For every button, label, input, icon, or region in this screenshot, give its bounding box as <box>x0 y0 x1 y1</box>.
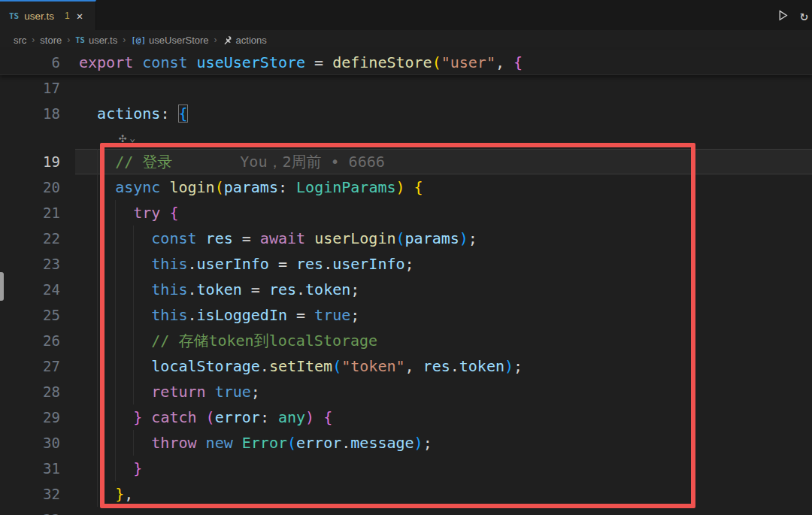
breadcrumb-src[interactable]: src <box>14 35 26 46</box>
code-line[interactable]: 27 localStorage.setItem("token", res.tok… <box>0 353 812 379</box>
line-number[interactable]: 32 <box>0 486 75 502</box>
breadcrumb-actions[interactable]: actions <box>236 35 267 46</box>
code-text: throw new Error(error.message); <box>75 434 432 452</box>
tab-filename: user.ts <box>24 11 54 22</box>
line-number[interactable]: 29 <box>0 409 75 426</box>
code-text: // 登录You，2周前 • 6666 <box>75 152 385 172</box>
line-number[interactable]: 22 <box>0 230 75 247</box>
ai-assistant-icon[interactable]: ✣ <box>119 130 126 145</box>
chevron-right-icon: › <box>32 35 35 45</box>
code-line[interactable]: 32 }, <box>0 481 812 507</box>
tab-problem-badge: 1 <box>65 11 70 21</box>
chevron-down-icon[interactable]: ⌄ <box>129 132 135 144</box>
chevron-right-icon: › <box>123 35 126 45</box>
ai-assistant-menu[interactable]: ✣⌄ <box>119 130 135 145</box>
line-number[interactable]: 19 <box>0 153 75 170</box>
line-number[interactable]: 18 <box>0 105 75 122</box>
line-number[interactable]: 31 <box>0 460 75 477</box>
breadcrumb-useuserstore[interactable]: useUserStore <box>149 35 208 46</box>
code-line[interactable]: 22 const res = await userLogin(params); <box>0 226 812 251</box>
code-text: // 存储token到localStorage <box>75 331 377 351</box>
breadcrumb: src › store › TS user.ts › [@] useUserSt… <box>0 30 812 50</box>
breadcrumb-store[interactable]: store <box>40 35 62 46</box>
line-number[interactable]: 23 <box>0 256 75 272</box>
code-text: } <box>75 459 142 477</box>
inline-ai-widget-row: ✣⌄ <box>0 126 812 149</box>
code-text: async login(params: LoginParams) { <box>75 178 423 196</box>
git-blame-annotation: You，2周前 • 6666 <box>240 153 384 171</box>
code-line[interactable]: 23 this.userInfo = res.userInfo; <box>0 251 812 277</box>
code-line[interactable]: 30 throw new Error(error.message); <box>0 430 812 456</box>
code-line[interactable]: 26 // 存储token到localStorage <box>0 328 812 353</box>
run-icon[interactable] <box>777 9 789 22</box>
line-number[interactable]: 30 <box>0 435 75 451</box>
code-text: } catch (error: any) { <box>75 408 332 426</box>
code-text: actions: { <box>75 105 188 123</box>
chevron-right-icon: › <box>214 35 217 45</box>
code-line[interactable]: 31 } <box>0 456 812 481</box>
sticky-scroll-line[interactable]: 6export const useUserStore = defineStore… <box>0 50 812 75</box>
left-edge-handle[interactable] <box>0 272 4 301</box>
line-number[interactable]: 27 <box>0 358 75 374</box>
tab-bar: TS user.ts 1 ✕ ↻ <box>0 0 812 30</box>
breadcrumb-user-ts[interactable]: user.ts <box>89 35 117 46</box>
editor-actions: ↻ <box>777 0 812 30</box>
code-text: }, <box>75 485 133 503</box>
symbol-property-wrench-icon <box>223 35 232 45</box>
typescript-file-icon: TS <box>75 35 85 44</box>
line-number[interactable]: 33 <box>0 511 75 515</box>
code-text: const res = await userLogin(params); <box>75 229 477 247</box>
line-number[interactable]: 20 <box>0 179 75 195</box>
typescript-file-icon: TS <box>9 11 19 21</box>
code-line[interactable]: 33 <box>0 507 812 515</box>
line-number[interactable]: 26 <box>0 332 75 349</box>
symbol-constant-icon: [@] <box>131 35 146 45</box>
line-number[interactable]: 17 <box>0 80 75 96</box>
code-text: localStorage.setItem("token", res.token)… <box>75 357 523 375</box>
line-number[interactable]: 24 <box>0 281 75 298</box>
code-line[interactable]: 21 try { <box>0 200 812 226</box>
code-lines: 1718 actions: {✣⌄19 // 登录You，2周前 • 66662… <box>0 75 812 515</box>
tab-user-ts[interactable]: TS user.ts 1 ✕ <box>0 0 96 30</box>
line-number[interactable]: 28 <box>0 383 75 400</box>
code-text: this.userInfo = res.userInfo; <box>75 255 414 273</box>
code-line[interactable]: 20 async login(params: LoginParams) { <box>0 174 812 200</box>
code-line[interactable]: 29 } catch (error: any) { <box>0 404 812 430</box>
code-line[interactable]: 18 actions: { <box>0 101 812 126</box>
line-number[interactable]: 25 <box>0 307 75 323</box>
code-text: try { <box>75 204 178 222</box>
code-text: return true; <box>75 383 260 401</box>
code-line[interactable]: 19 // 登录You，2周前 • 6666 <box>0 149 812 174</box>
code-line[interactable]: 17 <box>0 75 812 101</box>
history-icon[interactable]: ↻ <box>800 8 810 23</box>
code-line[interactable]: 25 this.isLoggedIn = true; <box>0 302 812 328</box>
line-number[interactable]: 21 <box>0 204 75 221</box>
close-icon[interactable]: ✕ <box>77 10 83 22</box>
line-number[interactable]: 6 <box>0 54 75 71</box>
code-line[interactable]: 6export const useUserStore = defineStore… <box>0 50 812 75</box>
code-line[interactable]: 24 this.token = res.token; <box>0 277 812 302</box>
code-text: this.token = res.token; <box>75 280 359 298</box>
code-text: this.isLoggedIn = true; <box>75 306 359 324</box>
chevron-right-icon: › <box>67 35 70 45</box>
code-line[interactable]: 28 return true; <box>0 379 812 404</box>
code-text: export const useUserStore = defineStore(… <box>75 53 523 71</box>
